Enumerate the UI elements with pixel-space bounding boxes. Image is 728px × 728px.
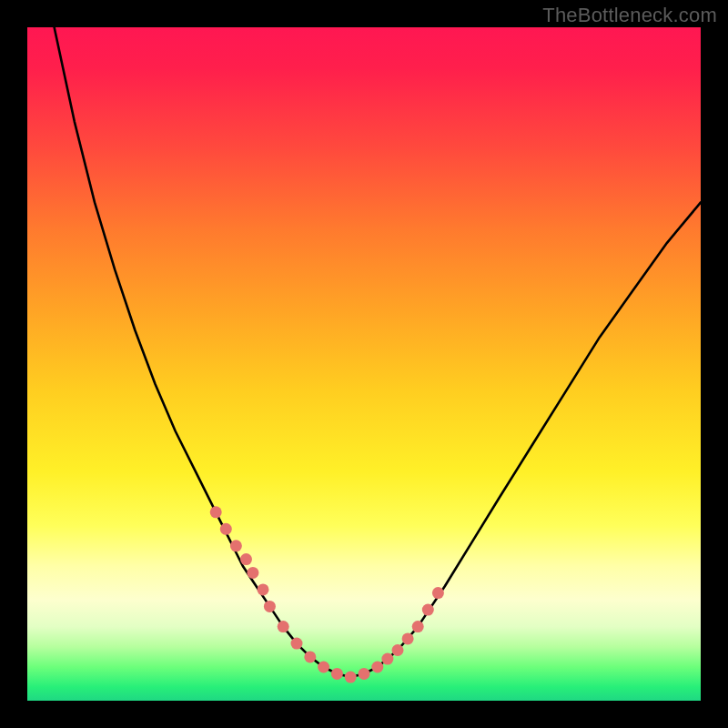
highlight-dot: [291, 638, 303, 650]
highlight-dot: [402, 632, 414, 644]
highlight-dot: [210, 506, 222, 518]
highlight-dot: [247, 567, 258, 579]
highlight-dot: [220, 523, 232, 535]
highlight-dot: [371, 662, 383, 673]
highlight-dot: [432, 587, 444, 599]
highlight-dot: [392, 644, 404, 656]
highlight-dot: [264, 601, 276, 612]
highlight-dot: [331, 668, 343, 680]
highlight-dot: [240, 553, 252, 565]
highlight-dot: [278, 621, 289, 632]
highlight-dot: [381, 653, 393, 665]
highlight-dots-group: [210, 506, 444, 682]
highlight-dot: [359, 668, 370, 680]
highlight-dot: [422, 604, 434, 616]
highlight-dot: [258, 583, 269, 595]
plot-area: [27, 27, 701, 701]
watermark-label: TheBottleneck.com: [542, 4, 717, 27]
highlight-dot: [230, 540, 242, 551]
highlight-dot: [345, 672, 357, 683]
chart-overlay: [27, 27, 701, 701]
highlight-dot: [304, 651, 316, 662]
highlight-dot: [412, 621, 424, 632]
bottleneck-curve: [55, 27, 701, 677]
highlight-dot: [318, 662, 329, 673]
chart-frame: TheBottleneck.com: [0, 0, 728, 728]
